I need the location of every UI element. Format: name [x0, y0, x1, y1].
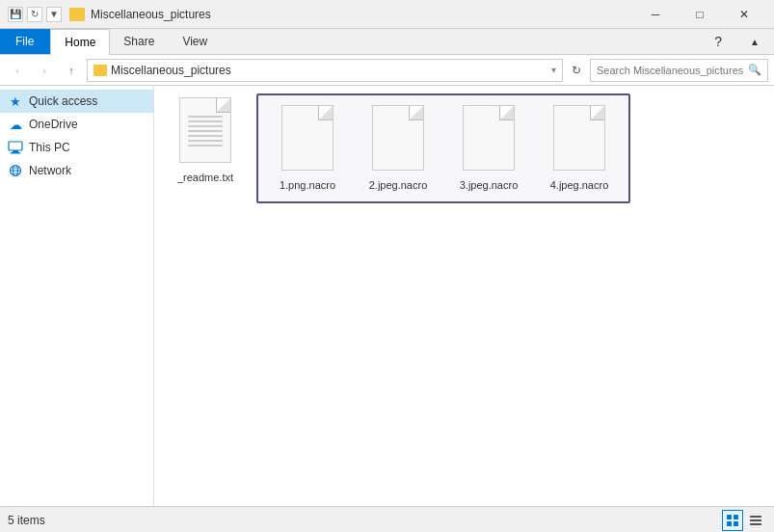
- sidebar-item-network[interactable]: Network: [0, 159, 153, 182]
- address-bar: ‹ › ↑ Miscellaneous_pictures ▾ ↻ 🔍: [0, 55, 774, 86]
- file-icon-1: [279, 105, 336, 174]
- tab-view[interactable]: View: [169, 29, 222, 54]
- doc-shape: [553, 105, 605, 171]
- window-title: Miscellaneous_pictures: [91, 8, 633, 21]
- item-count: 5 items: [8, 514, 45, 527]
- svg-rect-9: [734, 515, 738, 519]
- help-button[interactable]: ?: [701, 29, 736, 54]
- svg-rect-1: [13, 150, 18, 152]
- file-icon-4: [550, 105, 608, 174]
- path-folder-icon: [93, 65, 107, 76]
- view-large-icons-button[interactable]: [722, 510, 743, 531]
- search-icon: 🔍: [748, 64, 761, 76]
- sidebar-item-this-pc[interactable]: This PC: [0, 136, 153, 159]
- save-icon[interactable]: 💾: [8, 7, 23, 22]
- ribbon-collapse[interactable]: ▲: [736, 29, 774, 54]
- svg-rect-11: [734, 521, 738, 526]
- list-item[interactable]: 3.jpeg.nacro: [445, 101, 532, 196]
- view-details-button[interactable]: [745, 510, 766, 531]
- ribbon: File Home Share View ? ▲: [0, 29, 774, 55]
- view-controls: [722, 510, 766, 531]
- path-text: Miscellaneous_pictures: [111, 64, 547, 77]
- sidebar-label-network: Network: [29, 164, 71, 177]
- sidebar-label-quick-access: Quick access: [29, 94, 97, 108]
- quick-access-icon: ★: [8, 93, 23, 109]
- props-icon[interactable]: ▼: [46, 7, 62, 22]
- doc-shape: [281, 105, 334, 171]
- undo-icon[interactable]: ↻: [27, 7, 42, 22]
- ribbon-tabs: File Home Share View ? ▲: [0, 29, 774, 54]
- sidebar-label-this-pc: This PC: [29, 141, 70, 154]
- file-label: 2.jpeg.nacro: [369, 178, 428, 192]
- tab-home[interactable]: Home: [50, 29, 110, 55]
- window-controls: ─ □ ✕: [633, 0, 766, 29]
- tab-share[interactable]: Share: [110, 29, 169, 54]
- file-icon-3: [460, 105, 518, 174]
- close-button[interactable]: ✕: [722, 0, 766, 29]
- title-folder-icon: [69, 8, 85, 21]
- doc-lines: [188, 116, 223, 149]
- selection-box: 1.png.nacro 2.jpeg.nacro 3.jpeg.nacro: [256, 93, 630, 203]
- list-item[interactable]: 1.png.nacro: [264, 101, 351, 196]
- sidebar-item-onedrive[interactable]: ☁ OneDrive: [0, 113, 153, 136]
- title-bar-quick-icons: 💾 ↻ ▼: [8, 7, 62, 22]
- svg-rect-12: [750, 516, 761, 518]
- svg-rect-2: [11, 152, 20, 154]
- onedrive-icon: ☁: [8, 117, 23, 132]
- list-item[interactable]: _readme.txt: [162, 93, 249, 203]
- network-icon: [8, 163, 23, 178]
- file-grid: _readme.txt 1.png.nacro 2.jpeg.nacro: [162, 93, 766, 203]
- file-icon-readme: [176, 97, 234, 167]
- sidebar-label-onedrive: OneDrive: [29, 118, 78, 131]
- svg-rect-0: [9, 142, 22, 150]
- up-button[interactable]: ↑: [60, 59, 83, 82]
- forward-button[interactable]: ›: [33, 59, 56, 82]
- content-area: _readme.txt 1.png.nacro 2.jpeg.nacro: [154, 86, 774, 506]
- sidebar: ★ Quick access ☁ OneDrive This PC Networ…: [0, 86, 154, 506]
- doc-shape: [372, 105, 424, 171]
- file-label: _readme.txt: [177, 171, 233, 184]
- minimize-button[interactable]: ─: [633, 0, 678, 29]
- doc-shape: [463, 105, 515, 171]
- list-item[interactable]: 2.jpeg.nacro: [355, 101, 441, 196]
- refresh-button[interactable]: ↻: [567, 59, 586, 82]
- svg-rect-10: [727, 521, 732, 526]
- maximize-button[interactable]: □: [678, 0, 722, 29]
- title-bar: 💾 ↻ ▼ Miscellaneous_pictures ─ □ ✕: [0, 0, 774, 29]
- file-icon-2: [369, 105, 427, 174]
- svg-rect-14: [750, 523, 761, 525]
- doc-shape: [179, 97, 231, 163]
- main-layout: ★ Quick access ☁ OneDrive This PC Networ…: [0, 86, 774, 506]
- svg-rect-8: [727, 515, 732, 519]
- svg-rect-13: [750, 519, 761, 521]
- search-box[interactable]: 🔍: [590, 59, 768, 82]
- back-button[interactable]: ‹: [6, 59, 29, 82]
- sidebar-item-quick-access[interactable]: ★ Quick access: [0, 90, 153, 113]
- status-bar: 5 items: [0, 506, 774, 532]
- this-pc-icon: [8, 140, 23, 155]
- search-input[interactable]: [597, 65, 748, 76]
- address-path[interactable]: Miscellaneous_pictures ▾: [87, 59, 563, 82]
- list-item[interactable]: 4.jpeg.nacro: [536, 101, 623, 196]
- path-dropdown-icon[interactable]: ▾: [551, 65, 556, 75]
- file-label: 4.jpeg.nacro: [550, 178, 609, 192]
- tab-file[interactable]: File: [0, 29, 50, 54]
- file-label: 1.png.nacro: [280, 178, 335, 192]
- file-label: 3.jpeg.nacro: [460, 178, 519, 192]
